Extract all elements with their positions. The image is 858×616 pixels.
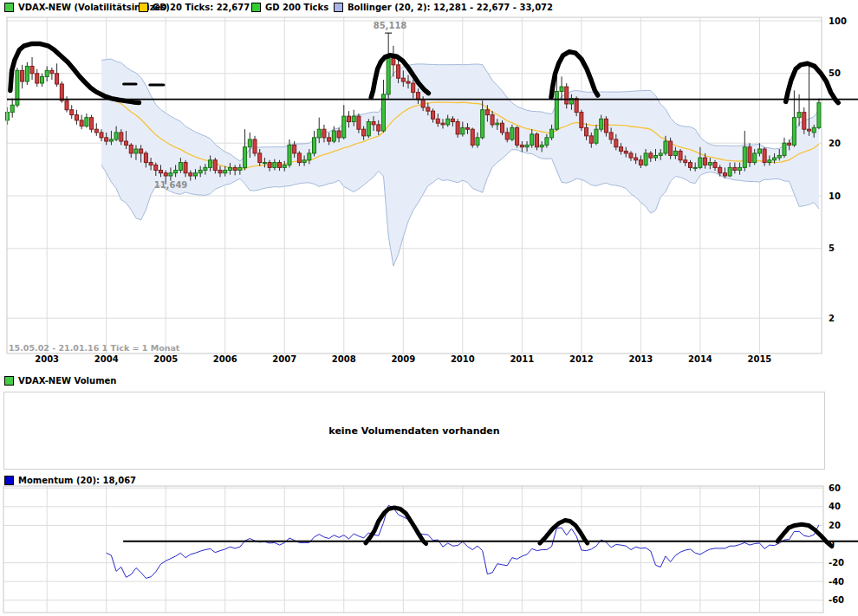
candle	[728, 167, 731, 176]
candle	[634, 158, 638, 160]
candle	[224, 170, 227, 172]
candle	[209, 160, 212, 168]
candle	[466, 127, 470, 129]
candle	[565, 87, 569, 104]
price-axis-tick-label: 2	[829, 314, 835, 323]
candle	[70, 110, 74, 115]
candle	[604, 119, 608, 133]
candle	[40, 76, 43, 83]
candle	[708, 163, 712, 165]
candle	[693, 167, 697, 168]
candle	[278, 163, 282, 168]
candle	[253, 139, 257, 153]
candle	[421, 100, 425, 107]
candle	[788, 143, 791, 145]
candle	[313, 138, 316, 153]
candle	[342, 116, 346, 138]
candle	[783, 143, 786, 155]
candle	[397, 65, 400, 78]
candle	[620, 147, 623, 152]
candle	[436, 119, 439, 123]
price-axis-year-label: 2012	[569, 354, 594, 364]
price-axis-tick-label: 20	[829, 139, 841, 148]
candle	[426, 107, 430, 111]
candle	[60, 84, 63, 101]
candle	[293, 145, 296, 152]
candle	[609, 133, 613, 139]
price-axis-year-label: 2006	[213, 354, 237, 364]
candle	[491, 115, 494, 125]
candle	[412, 83, 415, 93]
momentum-subpanel: 6040200-20-40-60	[3, 483, 844, 613]
candle	[713, 163, 717, 168]
candle	[332, 131, 335, 141]
candle	[317, 129, 321, 138]
candle	[659, 153, 662, 156]
momentum-peak-arc-annotation[interactable]	[540, 521, 588, 543]
candle	[614, 139, 618, 147]
candle	[733, 167, 737, 170]
candle	[545, 138, 549, 146]
candle	[595, 129, 598, 143]
momentum-axis-tick-label: -60	[829, 595, 844, 605]
candle	[416, 93, 419, 100]
momentum-axis-tick-label: 20	[829, 521, 841, 530]
candle	[575, 99, 578, 113]
candle	[362, 129, 366, 136]
candle	[456, 122, 459, 134]
candle	[525, 145, 529, 146]
candle	[580, 113, 583, 128]
candle	[654, 155, 658, 158]
price-axis-tick-label: 100	[829, 16, 847, 26]
price-axis-year-label: 2014	[688, 354, 712, 364]
candle	[530, 134, 534, 146]
candle	[302, 160, 306, 163]
candle	[198, 170, 202, 172]
candle	[100, 133, 103, 138]
price-axis-year-label: 2008	[332, 354, 356, 364]
candle	[297, 153, 301, 163]
candle	[432, 111, 435, 119]
candle	[263, 163, 266, 164]
candle	[36, 74, 39, 83]
chart-canvas[interactable]: 1005020105220032004200520062007200820092…	[0, 0, 858, 616]
candle	[589, 136, 593, 143]
candle	[808, 129, 811, 131]
candle	[629, 153, 633, 158]
candle	[501, 123, 504, 133]
price-low-label: 11,649	[154, 180, 188, 190]
candle	[669, 141, 673, 155]
price-axis-tick-label: 10	[829, 191, 841, 201]
candle	[30, 66, 34, 73]
candle	[328, 138, 331, 141]
candle	[109, 139, 113, 141]
candle	[664, 141, 667, 153]
candle	[228, 167, 231, 170]
candle	[372, 122, 375, 125]
candle	[550, 129, 554, 138]
candle	[639, 160, 642, 165]
candle	[600, 119, 603, 129]
momentum-axis-tick-label: 40	[829, 502, 841, 511]
candle	[684, 160, 687, 163]
candle	[585, 127, 588, 135]
candle	[357, 116, 361, 129]
candle	[401, 78, 405, 81]
candle	[673, 151, 677, 155]
price-axis-tick-label: 5	[829, 243, 835, 253]
candle	[189, 173, 192, 176]
candle	[476, 138, 479, 146]
candle	[797, 113, 801, 118]
candle	[555, 91, 558, 129]
candle	[743, 147, 746, 168]
price-axis-year-label: 2011	[510, 354, 534, 364]
candle	[624, 151, 627, 152]
candle	[446, 119, 450, 125]
candle	[461, 127, 465, 133]
candle	[392, 58, 395, 65]
candle	[699, 158, 702, 167]
candle	[134, 149, 138, 153]
price-axis-year-label: 2003	[35, 354, 59, 364]
candle	[244, 147, 247, 168]
candle	[94, 129, 98, 133]
